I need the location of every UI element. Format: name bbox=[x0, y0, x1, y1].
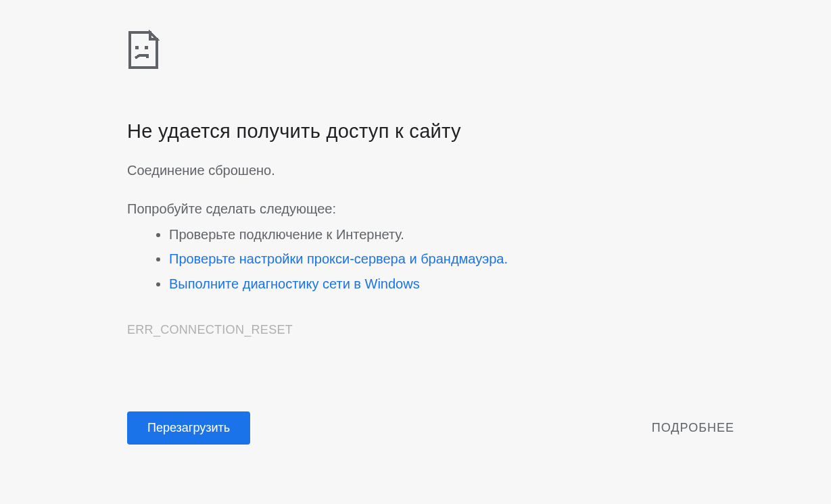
error-icon-container bbox=[127, 30, 622, 73]
error-title: Не удается получить доступ к сайту bbox=[127, 120, 622, 143]
details-button[interactable]: ПОДРОБНЕЕ bbox=[649, 414, 737, 442]
proxy-settings-link[interactable]: Проверьте настройки прокси-сервера и бра… bbox=[169, 251, 508, 266]
svg-rect-1 bbox=[145, 46, 148, 49]
error-page-container: Не удается получить доступ к сайту Соеди… bbox=[0, 0, 622, 445]
suggestion-check-proxy: Проверьте настройки прокси-сервера и бра… bbox=[169, 247, 622, 271]
suggestion-diagnostics: Выполните диагностику сети в Windows bbox=[169, 272, 622, 296]
suggestions-list: Проверьте подключение к Интернету. Прове… bbox=[127, 222, 622, 296]
button-row: Перезагрузить ПОДРОБНЕЕ bbox=[127, 411, 737, 445]
suggestion-check-connection: Проверьте подключение к Интернету. bbox=[169, 222, 622, 247]
sad-page-icon bbox=[127, 30, 162, 70]
svg-rect-0 bbox=[135, 46, 139, 49]
reload-button[interactable]: Перезагрузить bbox=[127, 411, 250, 445]
network-diagnostics-link[interactable]: Выполните диагностику сети в Windows bbox=[169, 276, 420, 291]
suggestions-label: Попробуйте сделать следующее: bbox=[127, 201, 622, 217]
error-message: Соединение сброшено. bbox=[127, 163, 622, 178]
suggestion-text: Проверьте подключение к Интернету. bbox=[169, 227, 404, 242]
error-code: ERR_CONNECTION_RESET bbox=[127, 323, 622, 337]
